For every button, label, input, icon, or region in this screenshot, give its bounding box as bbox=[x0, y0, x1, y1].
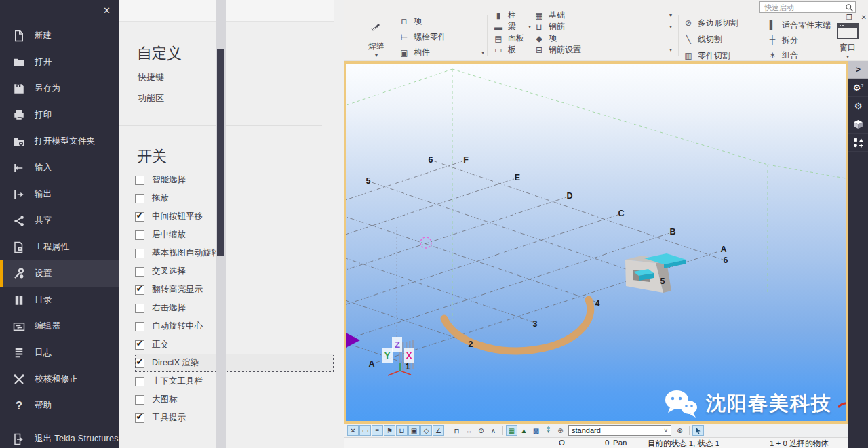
checkbox[interactable]: ✔ bbox=[135, 413, 144, 423]
checkbox[interactable] bbox=[135, 176, 144, 185]
switch-row[interactable]: ✔ DirectX 渲染 bbox=[135, 354, 334, 372]
checkbox[interactable] bbox=[135, 230, 144, 240]
sidebar-item-share[interactable]: 共享 bbox=[0, 207, 119, 234]
model-viewport[interactable]: 56FEDCBA654321A ZYX 沈阳春美科技 bbox=[344, 61, 848, 424]
sidebar-item-help[interactable]: ? 帮助 bbox=[0, 392, 119, 419]
sidebar-item-print[interactable]: 打印 bbox=[0, 102, 119, 128]
sidebar-item-check-repair[interactable]: 校核和修正 bbox=[0, 366, 119, 392]
snap-cut-button[interactable]: ✕ bbox=[347, 425, 359, 436]
checkbox[interactable]: ✔ bbox=[135, 285, 144, 295]
snap-peak-button[interactable]: ∧ bbox=[488, 425, 499, 436]
snap-center-button[interactable]: ⊙ bbox=[475, 425, 487, 436]
close-button[interactable]: ✕ bbox=[861, 14, 867, 22]
switch-row[interactable]: 上下文工具栏 bbox=[135, 372, 319, 390]
sidebar-item-new-file[interactable]: 新建 bbox=[0, 22, 119, 49]
snap-diamond-button[interactable]: ◇ bbox=[420, 425, 432, 436]
switch-row[interactable]: 自动旋转中心 bbox=[135, 317, 319, 335]
concrete-abutment[interactable] bbox=[625, 253, 686, 293]
sidebar-item-catalog[interactable]: 目录 bbox=[0, 287, 119, 313]
sidebar-item-import[interactable]: 输入 bbox=[0, 155, 119, 181]
switch-row[interactable]: ✔ 翻转高亮显示 bbox=[135, 281, 319, 299]
ribbon-button[interactable]: ▬ 梁 ▾ bbox=[493, 21, 531, 33]
ribbon-button[interactable]: ▣ 构件 ▾ bbox=[399, 45, 484, 60]
checkbox[interactable] bbox=[135, 322, 144, 331]
sidebar-item-editors[interactable]: 编辑器 bbox=[0, 313, 119, 340]
switch-row[interactable]: 交叉选择 bbox=[135, 262, 319, 281]
switch-row[interactable]: ✔ 正交 bbox=[135, 335, 319, 354]
snap-plate-button[interactable]: ▣ bbox=[408, 425, 420, 436]
ribbon-button[interactable]: ▦ 基础 ▾ bbox=[534, 9, 672, 21]
chevron-down-icon[interactable]: ▾ bbox=[481, 49, 484, 56]
sidebar-item-save[interactable]: 另存为 bbox=[0, 75, 119, 102]
switch-row[interactable]: ✔ 中间按钮平移 bbox=[135, 207, 319, 226]
sidebar-item-open-folder[interactable]: 打开 bbox=[0, 49, 119, 75]
ribbon-button[interactable]: ▭ 板 ▾ bbox=[493, 44, 531, 56]
quick-launch-input[interactable] bbox=[764, 3, 845, 12]
ribbon-button-weld[interactable]: 焊缝 ▾ bbox=[355, 16, 397, 58]
sidebar-item-project-properties[interactable]: 工程属性 bbox=[0, 234, 119, 260]
snap-profile-button[interactable]: ⊔ bbox=[396, 425, 408, 436]
grid-view-button[interactable]: ▩ bbox=[530, 425, 542, 436]
switch-row[interactable]: 拖放 bbox=[135, 189, 319, 207]
snap-extend-button[interactable]: ↔ bbox=[463, 425, 475, 436]
sync-view-button[interactable]: ⁑ bbox=[542, 425, 554, 436]
checkbox[interactable] bbox=[135, 395, 144, 405]
selection-preset-select[interactable]: standard ∨ bbox=[568, 425, 671, 436]
checkbox[interactable]: ✔ bbox=[135, 359, 144, 368]
sidebar-item-logs[interactable]: 日志 bbox=[0, 340, 119, 366]
select-cursor-button[interactable] bbox=[692, 425, 704, 436]
customize-link[interactable]: 快捷键 bbox=[138, 71, 164, 83]
work-plane-button[interactable]: ▲ bbox=[518, 425, 530, 436]
snap-rect-button[interactable]: ▭ bbox=[359, 425, 371, 436]
switch-row[interactable]: 智能选择 bbox=[135, 171, 319, 189]
sidebar-item-settings[interactable]: 设置 bbox=[0, 260, 119, 287]
switch-row[interactable]: ✔ 工具提示 bbox=[135, 409, 319, 427]
customize-link[interactable]: 功能区 bbox=[138, 92, 164, 104]
snap-flag-button[interactable]: ⚑ bbox=[384, 425, 395, 436]
panel-scrollbar[interactable] bbox=[216, 0, 226, 448]
switch-row[interactable]: 居中缩放 bbox=[135, 226, 319, 244]
ribbon-button[interactable]: ⊓ 项 ▾ bbox=[399, 14, 484, 29]
restore-button[interactable]: ❐ bbox=[846, 14, 852, 22]
components-button[interactable] bbox=[848, 134, 868, 152]
snap-angle-button[interactable]: ∠ bbox=[433, 425, 444, 436]
checkbox[interactable] bbox=[135, 194, 144, 203]
cube-button[interactable] bbox=[848, 115, 868, 134]
render-view-button[interactable]: ▦ bbox=[506, 425, 517, 436]
checkbox[interactable] bbox=[135, 377, 144, 386]
ribbon-button[interactable]: ⊔ 钢筋 ▾ bbox=[534, 21, 672, 33]
chevron-down-icon[interactable]: ▾ bbox=[528, 24, 531, 30]
sidebar-item-model-folder[interactable]: 打开模型文件夹 bbox=[0, 128, 119, 155]
ribbon-button[interactable]: ◆ 项 ▾ bbox=[534, 33, 672, 44]
options-burst-button[interactable]: ⊛ bbox=[674, 425, 686, 436]
close-icon[interactable]: ✕ bbox=[103, 5, 111, 16]
switch-row[interactable]: 基本视图自动旋转 bbox=[135, 244, 319, 262]
ribbon-button[interactable]: ⊟ 钢筋设置 ▾ bbox=[534, 44, 672, 56]
chevron-down-icon[interactable]: ▾ bbox=[669, 47, 672, 53]
checkbox[interactable] bbox=[135, 267, 144, 277]
gear-question-button[interactable]: ⚙? bbox=[848, 79, 868, 97]
ribbon-button[interactable]: ▮ 柱 ▾ bbox=[493, 9, 531, 21]
gear-button[interactable]: ⚙ bbox=[848, 97, 868, 115]
checkbox[interactable] bbox=[135, 249, 144, 258]
checkbox[interactable] bbox=[135, 304, 144, 313]
ribbon-button[interactable]: ⊘ 多边形切割 ▾ bbox=[683, 15, 757, 31]
sidebar-item-exit[interactable]: 退出 Tekla Structures bbox=[0, 426, 119, 448]
switch-row[interactable]: 右击选择 bbox=[135, 299, 319, 317]
ribbon-button[interactable]: ╲ 线切割 ▾ bbox=[683, 31, 757, 47]
checkbox[interactable]: ✔ bbox=[135, 340, 144, 350]
ribbon-button-window[interactable]: 窗口 ▾ bbox=[827, 23, 868, 60]
snap-parallel-button[interactable]: ≡ bbox=[372, 425, 383, 436]
scrollbar-thumb[interactable] bbox=[217, 49, 224, 256]
snap-frame-button[interactable]: ⊓ bbox=[451, 425, 462, 436]
curved-beam[interactable] bbox=[444, 300, 591, 351]
zoom-tool-button[interactable]: ⊕ bbox=[555, 425, 566, 436]
chevron-down-icon[interactable]: ▾ bbox=[355, 52, 397, 58]
sidebar-item-export[interactable]: 输出 bbox=[0, 181, 119, 207]
ribbon-button[interactable]: ▤ 面板 ▾ bbox=[493, 33, 531, 44]
ribbon-button[interactable]: ⊢ 螺栓零件 ▾ bbox=[399, 29, 484, 45]
checkbox[interactable]: ✔ bbox=[135, 212, 144, 222]
switch-row[interactable]: 大图标 bbox=[135, 390, 319, 409]
chevron-down-icon[interactable]: ▾ bbox=[669, 24, 672, 30]
chevron-down-icon[interactable]: ▾ bbox=[827, 54, 868, 60]
